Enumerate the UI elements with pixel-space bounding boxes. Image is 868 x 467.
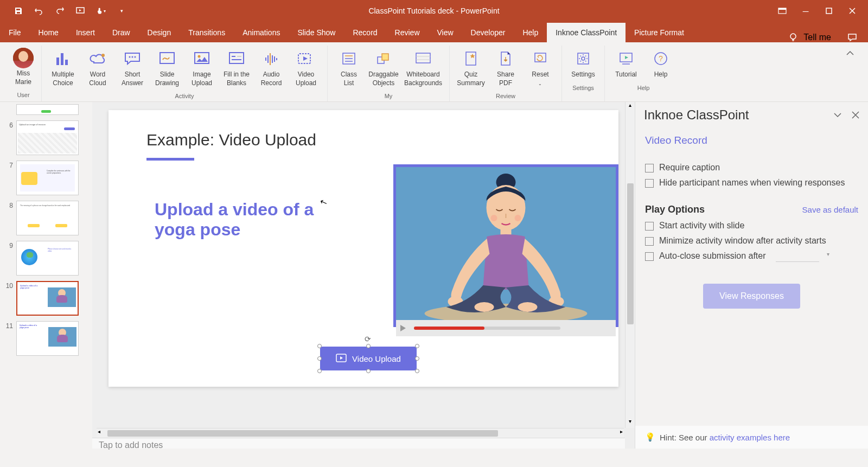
thumbnail-active[interactable]: Upload a video of a yoga pose — [16, 281, 79, 316]
tutorial-button[interactable]: Tutorial — [609, 46, 643, 81]
rotate-handle[interactable]: ⟳ — [365, 335, 372, 342]
whiteboard-backgrounds-button[interactable]: Whiteboard Backgrounds — [401, 46, 445, 89]
word-cloud-button[interactable]: Word Cloud — [81, 46, 114, 89]
yoga-image[interactable] — [393, 164, 618, 327]
resize-handle[interactable] — [415, 369, 419, 373]
chevron-down-icon[interactable] — [833, 112, 842, 118]
multiple-choice-button[interactable]: Multiple Choice — [46, 46, 80, 89]
quiz-summary-button[interactable]: Quiz Summary — [454, 46, 488, 89]
tab-view[interactable]: View — [429, 23, 462, 42]
tab-animations[interactable]: Animations — [234, 23, 289, 42]
scroll-up-icon[interactable]: ▴ — [626, 102, 635, 112]
tab-insert[interactable]: Insert — [67, 23, 104, 42]
progress-track[interactable] — [414, 327, 560, 330]
resize-handle[interactable] — [366, 344, 371, 348]
resize-handle[interactable] — [415, 344, 419, 348]
svg-point-14 — [198, 55, 201, 58]
scroll-down-icon[interactable]: ▾ — [626, 418, 635, 428]
tab-slideshow[interactable]: Slide Show — [289, 23, 344, 42]
resize-handle[interactable] — [366, 369, 371, 373]
help-button[interactable]: ?Help — [644, 46, 678, 81]
svg-rect-32 — [416, 53, 430, 63]
svg-rect-12 — [160, 53, 174, 63]
thumbnail[interactable]: Please choose one and record a video: — [16, 241, 79, 276]
maximize-icon[interactable] — [824, 6, 834, 16]
fill-blanks-button[interactable]: Fill in the Blanks — [220, 46, 253, 89]
notes-area[interactable]: Tap to add notes — [92, 438, 625, 449]
tab-help[interactable]: Help — [514, 23, 547, 42]
scroll-left-icon[interactable]: ◂ — [98, 428, 100, 434]
tab-design[interactable]: Design — [139, 23, 180, 42]
class-list-button[interactable]: Class List — [332, 46, 366, 89]
tell-me[interactable]: Tell me — [777, 33, 868, 42]
thumbnail[interactable]: Complete the sentences with the correct … — [16, 161, 79, 195]
minimize-icon[interactable]: ─ — [801, 6, 810, 16]
scroll-thumb[interactable] — [627, 183, 634, 324]
qat-more-icon[interactable]: ▾ — [117, 6, 126, 16]
minimize-window-checkbox[interactable]: Minimize activity window after activity … — [645, 236, 858, 246]
scroll-right-icon[interactable]: ▸ — [620, 428, 623, 434]
activity-examples-link[interactable]: activity examples here — [710, 433, 790, 442]
auto-close-checkbox[interactable]: Auto-close submission after▾ — [645, 251, 858, 262]
touch-icon[interactable]: ▾ — [96, 6, 106, 16]
tab-picture-format[interactable]: Picture Format — [626, 23, 693, 42]
svg-rect-6 — [61, 53, 63, 65]
settings-button[interactable]: Settings — [566, 46, 600, 81]
reset-button[interactable]: Reset⌄ — [524, 46, 557, 89]
group-label-settings: Settings — [572, 85, 594, 91]
svg-point-8 — [101, 54, 105, 57]
save-as-default-link[interactable]: Save as default — [802, 205, 858, 214]
comment-icon[interactable] — [847, 33, 857, 42]
tab-file[interactable]: File — [0, 23, 30, 42]
hide-names-checkbox[interactable]: Hide participant names when viewing resp… — [645, 178, 858, 188]
resize-handle[interactable] — [317, 356, 322, 361]
resize-handle[interactable] — [415, 356, 419, 361]
start-with-slide-checkbox[interactable]: Start activity with slide — [645, 221, 858, 231]
tab-developer[interactable]: Developer — [462, 23, 514, 42]
save-icon[interactable] — [14, 6, 23, 16]
tab-review[interactable]: Review — [386, 23, 429, 42]
close-panel-icon[interactable] — [852, 111, 859, 119]
tab-transitions[interactable]: Transitions — [180, 23, 234, 42]
slide-title[interactable]: Example: Video Upload — [146, 131, 316, 149]
slide-drawing-button[interactable]: Slide Drawing — [150, 46, 184, 89]
ribbon-group-settings: Settings Settings — [562, 46, 605, 101]
video-upload-button[interactable]: Video Upload — [289, 46, 323, 89]
tab-record[interactable]: Record — [344, 23, 386, 42]
thumbnail[interactable]: Upload an image of erosion — [16, 120, 79, 155]
ribbon-display-icon[interactable] — [777, 6, 787, 16]
slide-thumbnails: 6Upload an image of erosion 7Complete th… — [0, 102, 92, 449]
auto-close-input[interactable] — [776, 251, 819, 262]
thumbnail[interactable]: Upload a video of a yoga pose — [16, 321, 79, 356]
horizontal-scrollbar[interactable]: ◂ ▸ — [97, 428, 624, 438]
collapse-ribbon-button[interactable] — [838, 46, 863, 101]
close-icon[interactable] — [847, 6, 857, 16]
scroll-thumb[interactable] — [107, 430, 498, 437]
view-responses-button[interactable]: View Responses — [703, 284, 800, 309]
tab-inknoe-classpoint[interactable]: Inknoe ClassPoint — [547, 23, 626, 42]
require-caption-checkbox[interactable]: Require caption — [645, 163, 858, 172]
play-icon[interactable] — [400, 325, 406, 331]
slide-body-text[interactable]: Upload a video of a yoga pose — [155, 200, 323, 240]
draggable-objects-button[interactable]: Draggable Objects — [367, 46, 400, 89]
share-pdf-button[interactable]: Share PDF — [489, 46, 522, 89]
svg-rect-35 — [466, 52, 476, 65]
undo-icon[interactable] — [34, 6, 44, 16]
user-avatar[interactable]: Miss Marie — [10, 46, 37, 88]
resize-handle[interactable] — [317, 344, 322, 348]
video-upload-widget[interactable]: Video Upload ⟳ — [320, 347, 417, 370]
redo-icon[interactable] — [55, 6, 65, 16]
resize-handle[interactable] — [317, 369, 322, 373]
group-label-my: My — [385, 93, 393, 99]
thumbnail[interactable] — [16, 104, 79, 115]
video-play-icon — [336, 354, 347, 363]
tab-home[interactable]: Home — [30, 23, 67, 42]
tab-draw[interactable]: Draw — [104, 23, 139, 42]
image-upload-button[interactable]: Image Upload — [185, 46, 219, 89]
vertical-scrollbar[interactable]: ▴ ▾ — [625, 102, 635, 428]
short-answer-button[interactable]: Short Answer — [116, 46, 149, 89]
audio-record-button[interactable]: Audio Record — [254, 46, 288, 89]
present-icon[interactable] — [75, 6, 85, 16]
slide-canvas[interactable]: Example: Video Upload Upload a video of … — [108, 110, 618, 387]
thumbnail[interactable]: The meaning of a phrase can change based… — [16, 201, 79, 235]
